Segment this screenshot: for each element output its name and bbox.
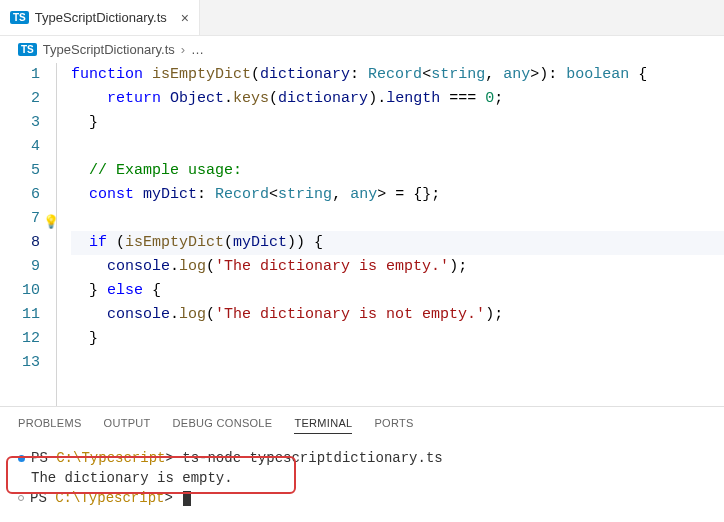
code-line[interactable]: function isEmptyDict(dictionary: Record<… — [71, 63, 724, 87]
code-line[interactable]: console.log('The dictionary is empty.'); — [71, 255, 724, 279]
code-area[interactable]: 💡 function isEmptyDict(dictionary: Recor… — [56, 63, 724, 406]
line-number: 11 — [0, 303, 40, 327]
line-number: 2 — [0, 87, 40, 111]
breadcrumb-filename: TypeScriptDictionary.ts — [43, 42, 175, 57]
code-line[interactable] — [71, 135, 724, 159]
line-number: 6 — [0, 183, 40, 207]
code-editor[interactable]: 1 2 3 4 5 6 7 8 9 10 11 12 13 💡 function… — [0, 63, 724, 406]
tab-filename: TypeScriptDictionary.ts — [35, 10, 167, 25]
typescript-icon: TS — [18, 43, 37, 56]
code-line[interactable]: } — [71, 111, 724, 135]
code-line[interactable]: } — [71, 327, 724, 351]
chevron-right-icon: › — [181, 42, 185, 57]
code-line[interactable]: console.log('The dictionary is not empty… — [71, 303, 724, 327]
line-number: 3 — [0, 111, 40, 135]
terminal-cursor — [183, 491, 191, 506]
lightbulb-icon[interactable]: 💡 — [43, 211, 59, 235]
code-line[interactable]: return Object.keys(dictionary).length ==… — [71, 87, 724, 111]
line-number: 13 — [0, 351, 40, 375]
code-line[interactable] — [71, 351, 724, 375]
panel-tabs: PROBLEMS OUTPUT DEBUG CONSOLE TERMINAL P… — [0, 407, 724, 440]
dot-icon — [18, 495, 24, 501]
code-line[interactable]: // Example usage: — [71, 159, 724, 183]
typescript-icon: TS — [10, 11, 29, 24]
line-number: 9 — [0, 255, 40, 279]
tab-debug-console[interactable]: DEBUG CONSOLE — [173, 417, 273, 434]
line-number: 1 — [0, 63, 40, 87]
breadcrumb-ellipsis: … — [191, 42, 204, 57]
bottom-panel: PROBLEMS OUTPUT DEBUG CONSOLE TERMINAL P… — [0, 406, 724, 522]
code-line[interactable]: if (isEmptyDict(myDict)) { — [71, 231, 724, 255]
line-number: 5 — [0, 159, 40, 183]
code-line[interactable] — [71, 207, 724, 231]
code-line[interactable]: } else { — [71, 279, 724, 303]
code-line[interactable]: const myDict: Record<string, any> = {}; — [71, 183, 724, 207]
tab-ports[interactable]: PORTS — [374, 417, 413, 434]
line-number: 12 — [0, 327, 40, 351]
line-number: 4 — [0, 135, 40, 159]
line-number: 7 — [0, 207, 40, 231]
tab-output[interactable]: OUTPUT — [104, 417, 151, 434]
dot-icon — [18, 455, 25, 462]
tab-terminal[interactable]: TERMINAL — [294, 417, 352, 434]
tab-problems[interactable]: PROBLEMS — [18, 417, 82, 434]
terminal-line: PS C:\Typescript> ts-node typescriptdict… — [18, 448, 706, 468]
breadcrumb[interactable]: TS TypeScriptDictionary.ts › … — [0, 36, 724, 63]
line-number: 8 — [0, 231, 40, 255]
editor-tab[interactable]: TS TypeScriptDictionary.ts × — [0, 0, 200, 35]
terminal-line: PS C:\Typescript> — [18, 488, 706, 508]
terminal[interactable]: PS C:\Typescript> ts-node typescriptdict… — [0, 440, 724, 522]
line-number: 10 — [0, 279, 40, 303]
close-icon[interactable]: × — [181, 11, 189, 25]
terminal-output: The dictionary is empty. — [18, 468, 706, 488]
tab-bar: TS TypeScriptDictionary.ts × — [0, 0, 724, 36]
